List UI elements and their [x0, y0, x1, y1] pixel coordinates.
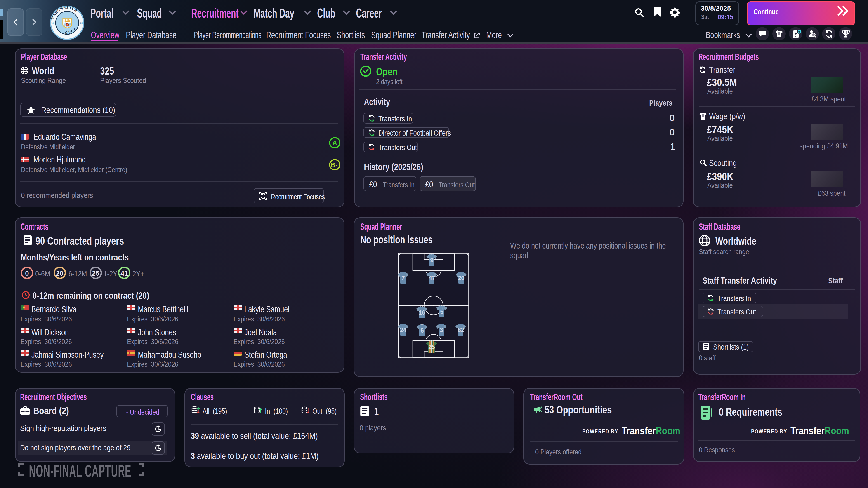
svg-text:18: 18	[51, 22, 55, 25]
svg-text:94: 94	[80, 22, 83, 25]
